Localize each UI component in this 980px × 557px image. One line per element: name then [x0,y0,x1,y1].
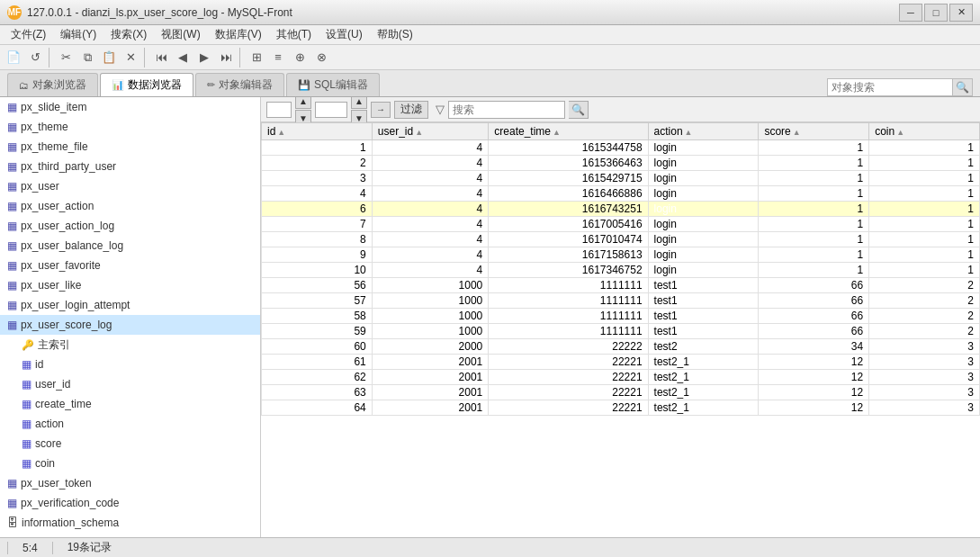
table-row[interactable]: 741617005416login11 [262,217,980,232]
cell-create_time[interactable]: 1111111 [489,309,648,324]
cell-score[interactable]: 1 [759,232,869,247]
cell-score[interactable]: 66 [759,278,869,293]
sidebar-item-primary_key[interactable]: 🔑主索引 [0,335,260,355]
cell-user_id[interactable]: 1000 [372,293,489,309]
menu-item-t[interactable]: 其他(T) [269,25,319,44]
cell-id[interactable]: 63 [262,385,373,400]
cell-user_id[interactable]: 4 [372,217,489,232]
cell-score[interactable]: 12 [759,370,869,385]
col-header-user_id[interactable]: user_id▲ [372,123,489,140]
cell-action[interactable]: login [648,263,759,278]
cell-id[interactable]: 62 [262,370,373,385]
table-row[interactable]: 61200122221test2_1123 [262,355,980,370]
cell-coin[interactable]: 1 [869,247,980,263]
table-row[interactable]: 141615344758login11 [262,140,980,156]
cell-coin[interactable]: 1 [869,171,980,186]
cell-action[interactable]: login [648,217,759,232]
nav-prev-button[interactable]: ◀ [173,48,193,67]
cell-create_time[interactable]: 1111111 [489,293,648,309]
tab-search-button[interactable]: 🔍 [953,78,973,96]
tab-object-editor[interactable]: ✏ 对象编辑器 [195,73,284,96]
cell-create_time[interactable]: 1615344758 [489,140,648,156]
cell-create_time[interactable]: 1616743251 [489,202,648,217]
cell-coin[interactable]: 1 [869,202,980,217]
cell-action[interactable]: login [648,171,759,186]
tab-sql-editor[interactable]: 💾 SQL编辑器 [286,73,380,96]
sidebar-item-px_theme[interactable]: ▦px_theme [0,117,260,137]
grid-button[interactable]: ⊞ [247,48,266,67]
sidebar-item-px_user_login_attempt[interactable]: ▦px_user_login_attempt [0,295,260,315]
cell-score[interactable]: 1 [759,263,869,278]
cell-coin[interactable]: 3 [869,385,980,400]
cell-coin[interactable]: 2 [869,293,980,309]
sidebar-item-px_third_party_user[interactable]: ▦px_third_party_user [0,157,260,176]
cell-score[interactable]: 12 [759,385,869,400]
cell-action[interactable]: login [648,140,759,156]
cell-action[interactable]: test2_1 [648,385,759,400]
export-button[interactable]: ⊕ [290,48,310,67]
limit-input[interactable]: 100 [315,102,347,118]
menu-item-x[interactable]: 搜索(X) [103,25,154,44]
col-header-id[interactable]: id▲ [262,123,373,140]
cell-id[interactable]: 60 [262,339,373,355]
maximize-button[interactable]: □ [924,4,948,22]
page-input[interactable]: 0 [266,102,292,118]
cell-create_time[interactable]: 22221 [489,385,648,400]
table-row[interactable]: 641616743251login11 [262,202,980,217]
cell-action[interactable]: login [648,232,759,247]
cell-score[interactable]: 34 [759,339,869,355]
cell-id[interactable]: 7 [262,217,373,232]
cell-user_id[interactable]: 4 [372,263,489,278]
cell-score[interactable]: 66 [759,309,869,324]
cell-coin[interactable]: 1 [869,263,980,278]
cell-user_id[interactable]: 1000 [372,278,489,293]
data-search-button[interactable]: 🔍 [569,101,589,119]
col-header-action[interactable]: action▲ [648,123,759,140]
tab-data-browser[interactable]: 📊 数据浏览器 [100,73,193,96]
cell-user_id[interactable]: 2001 [372,385,489,400]
cell-score[interactable]: 12 [759,355,869,370]
table-row[interactable]: 341615429715login11 [262,171,980,186]
sidebar-item-px_theme_file[interactable]: ▦px_theme_file [0,137,260,157]
cell-score[interactable]: 1 [759,202,869,217]
cell-coin[interactable]: 2 [869,309,980,324]
delete-button[interactable]: ✕ [121,48,140,67]
page-up-button[interactable]: ▲ [295,97,311,109]
cell-action[interactable]: login [648,247,759,263]
sidebar-item-px_user_token[interactable]: ▦px_user_token [0,473,260,493]
cell-coin[interactable]: 1 [869,186,980,202]
data-table-container[interactable]: id▲user_id▲create_time▲action▲score▲coin… [261,122,980,537]
cell-create_time[interactable]: 1616466886 [489,186,648,202]
cell-action[interactable]: test1 [648,278,759,293]
tab-object-browser[interactable]: 🗂 对象浏览器 [7,73,98,96]
cell-action[interactable]: test2_1 [648,355,759,370]
menu-item-z[interactable]: 文件(Z) [4,25,53,44]
cell-score[interactable]: 66 [759,293,869,309]
cell-create_time[interactable]: 22221 [489,355,648,370]
cell-id[interactable]: 3 [262,171,373,186]
list-button[interactable]: ≡ [268,48,288,67]
cell-action[interactable]: login [648,156,759,171]
cell-action[interactable]: test2_1 [648,400,759,416]
cell-create_time[interactable]: 1615366463 [489,156,648,171]
nav-first-button[interactable]: ⏮ [151,48,171,67]
cell-score[interactable]: 12 [759,400,869,416]
sidebar-item-px_slide_item[interactable]: ▦px_slide_item [0,97,260,117]
cell-action[interactable]: login [648,202,759,217]
table-row[interactable]: 5710001111111test1662 [262,293,980,309]
sidebar-item-px_user[interactable]: ▦px_user [0,176,260,196]
cell-action[interactable]: test2 [648,339,759,355]
cell-score[interactable]: 1 [759,156,869,171]
paste-button[interactable]: 📋 [99,48,119,67]
cell-coin[interactable]: 3 [869,400,980,416]
cell-id[interactable]: 8 [262,232,373,247]
cell-coin[interactable]: 3 [869,339,980,355]
sidebar-item-px_user_score_log[interactable]: ▦px_user_score_log [0,315,260,335]
menu-item-y[interactable]: 编辑(Y) [53,25,103,44]
table-row[interactable]: 5610001111111test1662 [262,278,980,293]
cell-create_time[interactable]: 1617005416 [489,217,648,232]
cell-score[interactable]: 1 [759,171,869,186]
sidebar-item-px_user_action[interactable]: ▦px_user_action [0,196,260,216]
cell-id[interactable]: 56 [262,278,373,293]
cell-user_id[interactable]: 4 [372,186,489,202]
